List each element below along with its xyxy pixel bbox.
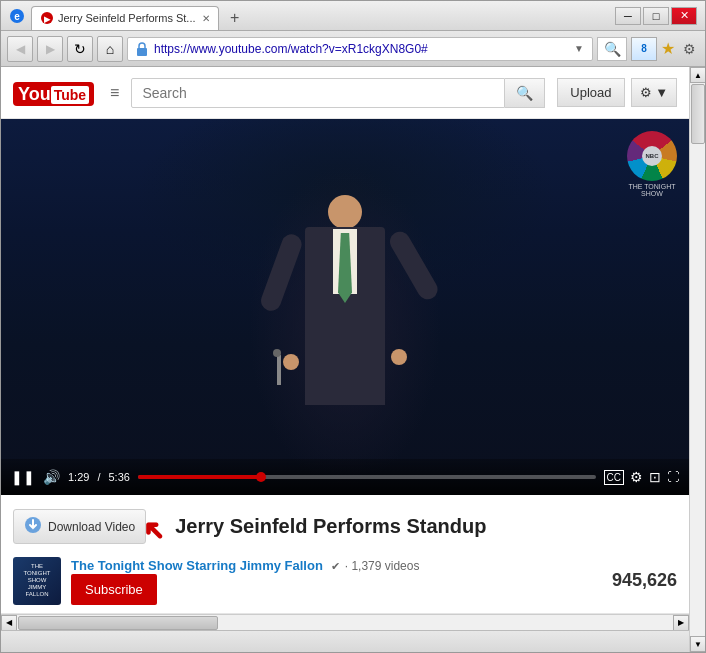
scroll-thumb-vertical[interactable] bbox=[691, 84, 705, 144]
download-label: Download Video bbox=[48, 520, 135, 534]
video-title-row: Download Video ➜ Jerry Seinfeld Performs… bbox=[13, 505, 677, 548]
fullscreen-button[interactable]: ⛶ bbox=[667, 470, 679, 484]
play-pause-button[interactable]: ❚❚ bbox=[11, 469, 35, 485]
current-time: 1:29 bbox=[68, 471, 89, 483]
svg-rect-4 bbox=[137, 48, 147, 56]
minimize-button[interactable]: ─ bbox=[615, 7, 641, 25]
scroll-right-button[interactable]: ▶ bbox=[673, 615, 689, 631]
window-controls: ─ □ ✕ bbox=[615, 7, 697, 25]
scroll-track[interactable] bbox=[17, 615, 673, 630]
search-button[interactable]: 🔍 bbox=[597, 37, 627, 61]
view-count: 945,626 bbox=[612, 570, 677, 591]
tools-button[interactable]: ⚙ bbox=[679, 41, 699, 57]
youtube-search-button[interactable]: 🔍 bbox=[505, 78, 545, 108]
scroll-track-space bbox=[690, 145, 705, 636]
scroll-thumb[interactable] bbox=[18, 616, 218, 630]
youtube-header: YouTube ≡ 🔍 Upload ⚙ ▼ bbox=[1, 67, 689, 119]
channel-thumbnail[interactable]: THETONIGHTSHOWJIMMYFALLON bbox=[13, 557, 61, 605]
status-bar bbox=[1, 630, 689, 652]
performer-figure bbox=[285, 195, 405, 415]
tab-title: Jerry Seinfeld Performs St... bbox=[58, 12, 196, 24]
scroll-up-button[interactable]: ▲ bbox=[690, 67, 705, 83]
theater-button[interactable]: ⊡ bbox=[649, 469, 661, 485]
horizontal-scrollbar: ◀ ▶ bbox=[1, 614, 689, 630]
video-player[interactable]: NBC THE TONIGHT SHOW ❚❚ 🔊 1:29 / 5:36 bbox=[1, 119, 689, 495]
youtube-settings-button[interactable]: ⚙ ▼ bbox=[631, 78, 677, 107]
close-button[interactable]: ✕ bbox=[671, 7, 697, 25]
yt-logo-icon: YouTube bbox=[13, 82, 94, 106]
performer-legs bbox=[305, 345, 385, 405]
performer-hand-right bbox=[391, 349, 407, 365]
vertical-scrollbar: ▲ ▼ bbox=[689, 67, 705, 652]
nbc-logo-text: NBC bbox=[642, 146, 662, 166]
home-button[interactable]: ⌂ bbox=[97, 36, 123, 62]
title-bar: e ▶ Jerry Seinfeld Performs St... ✕ + ─ … bbox=[1, 1, 705, 31]
channel-name-row: The Tonight Show Starring Jimmy Fallon ✔… bbox=[71, 556, 602, 574]
video-info: Download Video ➜ Jerry Seinfeld Performs… bbox=[1, 495, 689, 614]
progress-fill bbox=[138, 475, 262, 479]
video-controls: ❚❚ 🔊 1:29 / 5:36 CC ⚙ ⊡ ⛶ bbox=[1, 459, 689, 495]
progress-scrubber[interactable] bbox=[256, 472, 266, 482]
svg-text:▶: ▶ bbox=[44, 15, 51, 24]
browser-body: YouTube ≡ 🔍 Upload ⚙ ▼ bbox=[1, 67, 705, 652]
verified-badge: ✔ bbox=[331, 560, 340, 572]
nbc-badge: NBC THE TONIGHT SHOW bbox=[627, 131, 677, 181]
browser-tab[interactable]: ▶ Jerry Seinfeld Performs St... ✕ bbox=[31, 6, 219, 30]
performer-arm-right bbox=[386, 228, 441, 303]
browser-window: e ▶ Jerry Seinfeld Performs St... ✕ + ─ … bbox=[0, 0, 706, 653]
browser-icon: e bbox=[9, 8, 25, 24]
refresh-button[interactable]: ↻ bbox=[67, 36, 93, 62]
cc-button[interactable]: CC bbox=[604, 470, 624, 485]
performer-head bbox=[328, 195, 362, 229]
tab-close-button[interactable]: ✕ bbox=[202, 13, 210, 24]
video-frame: NBC THE TONIGHT SHOW bbox=[1, 119, 689, 495]
channel-thumb-text: THETONIGHTSHOWJIMMYFALLON bbox=[22, 561, 53, 601]
lock-icon bbox=[134, 41, 150, 57]
address-dropdown[interactable]: ▼ bbox=[572, 43, 586, 54]
channel-video-count: · 1,379 videos bbox=[345, 559, 420, 573]
microphone-stand bbox=[277, 355, 281, 385]
favorites-button[interactable]: ★ bbox=[661, 39, 675, 58]
youtube-logo[interactable]: YouTube bbox=[13, 80, 94, 106]
total-time: 5:36 bbox=[108, 471, 129, 483]
performer-arm-left bbox=[258, 232, 304, 314]
bing-button[interactable]: 8 bbox=[631, 37, 657, 61]
url-text: https://www.youtube.com/watch?v=xR1ckgXN… bbox=[154, 42, 572, 56]
subscribe-button[interactable]: Subscribe bbox=[71, 574, 157, 605]
new-tab-button[interactable]: + bbox=[223, 6, 247, 30]
performer-hand-left bbox=[283, 354, 299, 370]
forward-button[interactable]: ▶ bbox=[37, 36, 63, 62]
channel-name[interactable]: The Tonight Show Starring Jimmy Fallon bbox=[71, 558, 323, 573]
download-video-button[interactable]: Download Video bbox=[13, 509, 146, 544]
content-area: YouTube ≡ 🔍 Upload ⚙ ▼ bbox=[1, 67, 689, 652]
video-title: Jerry Seinfeld Performs Standup bbox=[175, 515, 486, 538]
youtube-search-input[interactable] bbox=[131, 78, 505, 108]
progress-bar[interactable] bbox=[138, 475, 596, 479]
settings-button[interactable]: ⚙ bbox=[630, 469, 643, 485]
nav-bar: ◀ ▶ ↻ ⌂ https://www.youtube.com/watch?v=… bbox=[1, 31, 705, 67]
time-separator: / bbox=[97, 471, 100, 483]
svg-text:e: e bbox=[14, 11, 20, 22]
volume-button[interactable]: 🔊 bbox=[43, 469, 60, 485]
channel-info: The Tonight Show Starring Jimmy Fallon ✔… bbox=[71, 556, 602, 605]
download-icon bbox=[24, 516, 42, 537]
scroll-down-button[interactable]: ▼ bbox=[690, 636, 705, 652]
maximize-button[interactable]: □ bbox=[643, 7, 669, 25]
hamburger-menu[interactable]: ≡ bbox=[110, 84, 119, 102]
address-bar[interactable]: https://www.youtube.com/watch?v=xR1ckgXN… bbox=[127, 37, 593, 61]
back-button[interactable]: ◀ bbox=[7, 36, 33, 62]
channel-row: THETONIGHTSHOWJIMMYFALLON The Tonight Sh… bbox=[13, 556, 677, 605]
microphone-head bbox=[273, 349, 281, 357]
right-controls: CC ⚙ ⊡ ⛶ bbox=[604, 469, 679, 485]
scroll-left-button[interactable]: ◀ bbox=[1, 615, 17, 631]
upload-button[interactable]: Upload bbox=[557, 78, 624, 107]
